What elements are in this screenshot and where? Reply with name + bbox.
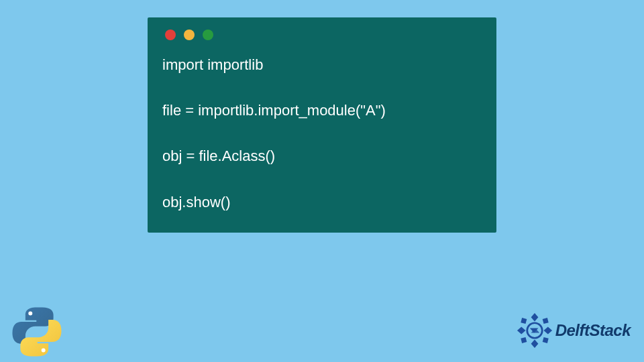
delftstack-logo: DelftStack bbox=[517, 312, 631, 349]
code-window: import importlib file = importlib.import… bbox=[148, 17, 496, 233]
svg-marker-4 bbox=[517, 327, 526, 335]
minimize-icon bbox=[184, 29, 195, 40]
svg-marker-5 bbox=[543, 327, 552, 335]
svg-marker-2 bbox=[531, 313, 538, 322]
python-icon bbox=[9, 304, 64, 359]
svg-marker-8 bbox=[521, 337, 527, 343]
window-controls bbox=[165, 29, 482, 40]
svg-marker-3 bbox=[531, 340, 538, 349]
code-block: import importlib file = importlib.import… bbox=[162, 54, 482, 214]
delftstack-text: DelftStack bbox=[555, 321, 631, 340]
svg-marker-6 bbox=[521, 318, 527, 324]
maximize-icon bbox=[203, 29, 213, 40]
svg-point-1 bbox=[42, 349, 46, 353]
close-icon bbox=[165, 29, 176, 40]
delftstack-badge-icon bbox=[517, 312, 553, 349]
svg-point-0 bbox=[28, 311, 32, 315]
svg-marker-9 bbox=[542, 337, 548, 343]
svg-marker-7 bbox=[542, 318, 548, 324]
